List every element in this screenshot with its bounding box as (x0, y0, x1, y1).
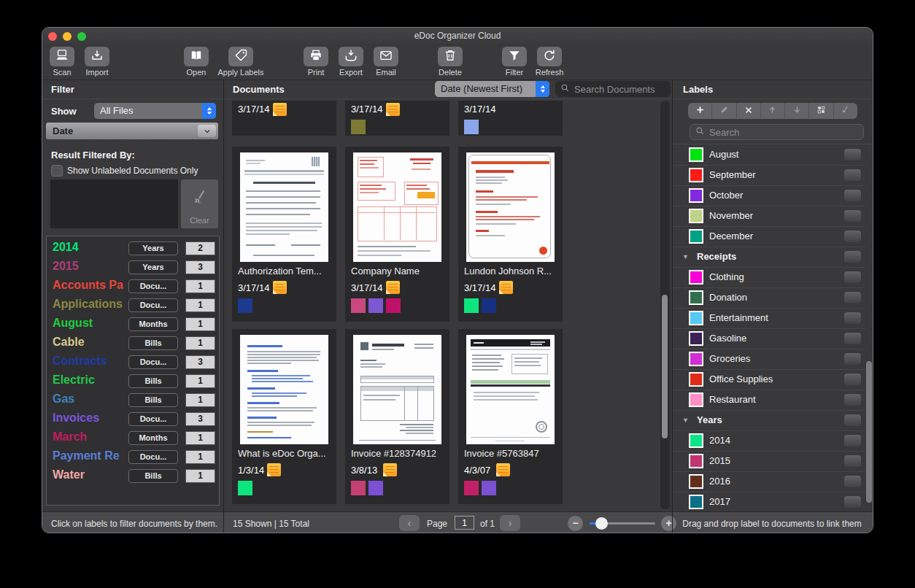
document-card[interactable]: 3/17/14 (232, 101, 336, 136)
note-icon[interactable] (386, 103, 400, 116)
filter-label-type-button[interactable]: Docu... (128, 279, 178, 293)
label-row[interactable]: 2017 (673, 492, 865, 513)
filter-label-name[interactable]: Electric (53, 374, 95, 387)
label-row[interactable]: 2016 (673, 471, 865, 492)
delete-button[interactable]: Delete (421, 47, 479, 77)
clear-label-filter-button[interactable] (834, 103, 857, 119)
unlabeled-only-checkbox[interactable] (51, 165, 63, 177)
filter-label-type-button[interactable]: Docu... (128, 450, 178, 464)
filter-label-type-button[interactable]: Docu... (128, 412, 178, 426)
filter-label-row[interactable]: 2015Years3 (47, 258, 219, 277)
filter-label-type-button[interactable]: Months (128, 431, 178, 445)
label-checkbox[interactable] (844, 496, 861, 508)
next-page-button[interactable]: › (500, 515, 520, 531)
label-row[interactable]: Entertainment (673, 308, 865, 329)
filter-label-name[interactable]: 2014 (53, 241, 79, 254)
filter-label-name[interactable]: Gas (53, 392, 74, 406)
document-card[interactable]: Company Name 3/17/14 (345, 147, 449, 322)
email-button[interactable]: Email (357, 47, 415, 77)
label-checkbox[interactable] (844, 251, 861, 263)
label-row[interactable]: 2015 (673, 451, 865, 472)
label-checkbox[interactable] (844, 374, 861, 385)
documents-scrollbar-thumb[interactable] (662, 295, 668, 438)
manage-labels-button[interactable] (809, 103, 833, 119)
zoom-slider[interactable] (590, 522, 655, 525)
label-checkbox[interactable] (844, 210, 861, 222)
label-checkbox[interactable] (844, 190, 861, 201)
refresh-button[interactable]: Refresh (520, 47, 579, 77)
filter-label-name[interactable]: Invoices (53, 411, 99, 425)
filter-label-row[interactable]: MarchMonths1 (47, 429, 219, 448)
filter-label-name[interactable]: 2015 (53, 260, 79, 273)
document-card[interactable]: Invoice #5763847 4/3/07 (458, 329, 563, 504)
delete-label-button[interactable] (737, 103, 761, 119)
label-search-input[interactable] (708, 126, 858, 139)
filter-label-name[interactable]: Payment Re (53, 449, 120, 463)
note-icon[interactable] (383, 463, 397, 476)
filter-label-type-button[interactable]: Years (128, 260, 178, 274)
filter-label-name[interactable]: Water (53, 468, 85, 481)
document-search-field[interactable] (555, 81, 671, 97)
label-row[interactable]: Donation (673, 287, 865, 309)
label-checkbox[interactable] (844, 149, 861, 160)
filter-label-name[interactable]: Contracts (53, 355, 107, 368)
filter-label-name[interactable]: Applications (53, 298, 123, 311)
label-checkbox[interactable] (844, 169, 861, 181)
move-label-down-button[interactable] (785, 103, 809, 119)
filter-label-type-button[interactable]: Docu... (128, 355, 178, 369)
label-checkbox[interactable] (844, 476, 861, 487)
label-search-field[interactable] (690, 124, 864, 140)
filter-label-row[interactable]: Payment ReDocu...1 (47, 448, 219, 467)
label-checkbox[interactable] (844, 312, 861, 324)
sort-dropdown[interactable]: Date (Newest First) (435, 81, 549, 97)
add-label-button[interactable] (688, 103, 712, 119)
filter-label-name[interactable]: March (53, 430, 87, 444)
label-row[interactable]: Restaurant (673, 390, 865, 411)
filter-label-name[interactable]: Cable (53, 336, 85, 349)
document-card[interactable]: 3/17/14 (345, 101, 449, 136)
label-row[interactable]: September (673, 165, 865, 186)
filter-label-row[interactable]: AugustMonths1 (47, 315, 219, 334)
note-icon[interactable] (267, 463, 281, 476)
label-group-row[interactable]: ▼Years (673, 410, 865, 431)
filter-label-row[interactable]: ApplicationsDocu...1 (47, 296, 219, 315)
page-number-input[interactable] (455, 516, 474, 530)
note-icon[interactable] (386, 281, 400, 294)
filter-label-row[interactable]: 2014Years2 (47, 239, 219, 258)
label-checkbox[interactable] (844, 435, 861, 446)
filter-label-row[interactable]: InvoicesDocu...3 (47, 410, 219, 429)
label-checkbox[interactable] (844, 394, 861, 406)
label-row[interactable]: Clothing (673, 267, 865, 288)
move-label-up-button[interactable] (761, 103, 785, 119)
filter-label-type-button[interactable]: Months (128, 317, 178, 331)
label-checkbox[interactable] (844, 292, 861, 303)
label-group-row[interactable]: ▼Receipts (673, 247, 865, 268)
label-row[interactable]: October (673, 185, 865, 206)
label-row[interactable]: 2014 (673, 430, 865, 452)
document-card[interactable]: 3/17/14 (458, 101, 563, 136)
filter-label-row[interactable]: ElectricBills1 (47, 372, 219, 391)
date-section-header[interactable]: Date (46, 123, 218, 139)
filter-label-type-button[interactable]: Docu... (128, 298, 178, 312)
document-card[interactable]: Invoice #128374912 3/8/13 (345, 329, 449, 504)
label-checkbox[interactable] (844, 455, 861, 467)
show-dropdown[interactable]: All Files (94, 103, 216, 119)
filter-label-row[interactable]: ContractsDocu...3 (47, 353, 219, 372)
note-icon[interactable] (499, 281, 513, 294)
apply-labels-button[interactable]: Apply Labels (212, 47, 270, 77)
label-row[interactable]: August (673, 144, 865, 166)
label-checkbox[interactable] (844, 333, 861, 344)
label-row[interactable]: Gasoline (673, 328, 865, 349)
filter-label-row[interactable]: WaterBills1 (47, 467, 219, 486)
chevron-down-icon[interactable] (198, 125, 216, 137)
label-checkbox[interactable] (844, 271, 861, 283)
labels-scrollbar-thumb[interactable] (866, 361, 872, 503)
label-row[interactable]: Groceries (673, 349, 865, 370)
note-icon[interactable] (496, 463, 510, 476)
filter-label-name[interactable]: August (53, 317, 93, 330)
import-button[interactable]: Import (68, 47, 126, 77)
previous-page-button[interactable]: ‹ (399, 515, 420, 531)
label-checkbox[interactable] (844, 231, 861, 242)
collapse-triangle-icon[interactable]: ▼ (682, 253, 689, 260)
label-checkbox[interactable] (844, 414, 861, 426)
